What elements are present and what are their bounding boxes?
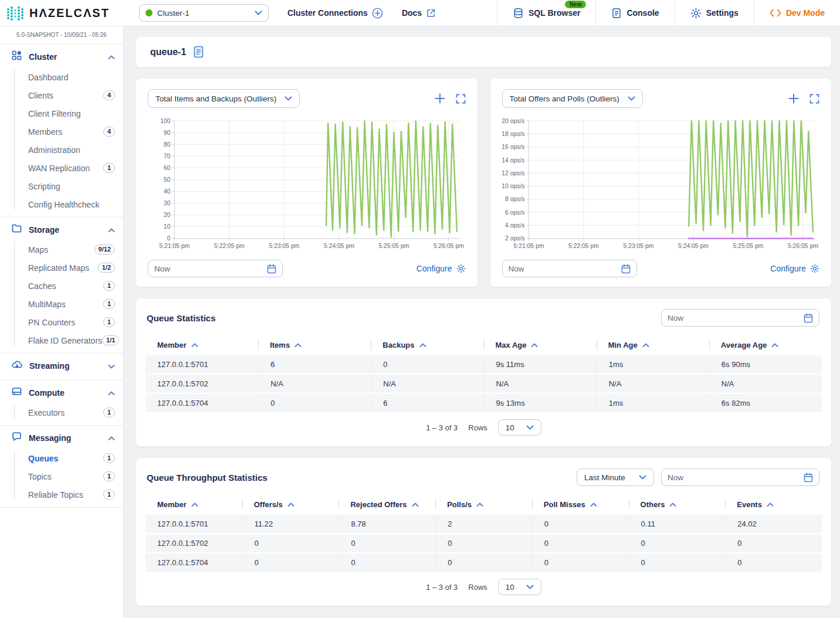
configure-link-right[interactable]: Configure [770,264,819,273]
rows-per-page-select[interactable]: 10 [498,579,541,595]
metric-selector-right[interactable]: Total Offers and Polls (Outliers) [502,89,643,108]
column-header-member[interactable]: Member [145,495,242,515]
column-header-poll-misses[interactable]: Poll Misses [532,495,629,515]
sidebar-item-scripting[interactable]: Scripting [0,177,123,195]
sidebar-section-compute: ComputeExecutors1 [0,381,123,426]
time-picker-left[interactable] [148,260,283,277]
console-document-icon [611,8,622,19]
table-cell: 0 [435,534,532,552]
column-header-polls-s[interactable]: Polls/s [435,495,532,515]
column-header-rejected-offers[interactable]: Rejected Offers [338,495,435,515]
sidebar-item-flake-id-generators[interactable]: Flake ID Generators1/1 [0,331,123,349]
sidebar-item-reliable-topics[interactable]: Reliable Topics1 [0,485,123,504]
sidebar-item-multimaps[interactable]: MultiMaps1 [0,295,123,313]
sidebar-item-config-healthcheck[interactable]: Config Healthcheck [0,195,123,213]
count-badge: 1 [103,408,115,417]
pagination-range: 1 – 3 of 3 [426,423,458,432]
sidebar-item-topics[interactable]: Topics1 [0,467,123,485]
fullscreen-button[interactable] [809,94,819,104]
sql-browser-button[interactable]: New SQL Browser [497,0,595,26]
period-select[interactable]: Last Minute [577,468,654,486]
fullscreen-button[interactable] [456,94,466,104]
rows-per-page-select[interactable]: 10 [498,419,541,436]
column-header-average-age[interactable]: Average Age [709,336,822,355]
svg-text:5:22:05 pm: 5:22:05 pm [568,242,599,249]
sidebar-item-caches[interactable]: Caches1 [0,277,123,295]
column-header-label: Rejected Offers [350,500,407,509]
svg-text:70: 70 [164,152,171,159]
count-badge: 1 [103,281,115,291]
table-cell: 0 [242,554,339,572]
column-header-label: Others [641,500,665,509]
column-header-others[interactable]: Others [629,495,726,515]
sidebar-item-replicated-maps[interactable]: Replicated Maps1/2 [0,259,123,277]
calendar-icon [804,313,813,323]
pagination: 1 – 3 of 3 Rows 10 [145,419,822,436]
cluster-connections-button[interactable]: Cluster Connections [287,8,383,19]
svg-text:60: 60 [164,164,171,171]
column-header-max-age[interactable]: Max Age [484,336,597,355]
column-header-member[interactable]: Member [145,336,258,355]
docs-link[interactable]: Docs [402,8,436,18]
console-button[interactable]: Console [595,0,674,26]
sidebar-item-members[interactable]: Members4 [0,123,123,141]
svg-text:5:24:05 pm: 5:24:05 pm [678,242,708,249]
configure-link-left[interactable]: Configure [416,264,466,273]
chevron-down-icon [284,96,292,101]
sidebar-item-dashboard[interactable]: Dashboard [0,68,123,86]
sidebar-item-queues[interactable]: Queues1 [0,449,123,467]
gear-icon [810,264,819,273]
sidebar-item-label: PN Counters [28,318,103,327]
table-cell: 0.11 [629,515,726,533]
sidebar-item-pn-counters[interactable]: PN Counters1 [0,313,123,331]
sidebar-item-maps[interactable]: Maps9/12 [0,240,123,259]
add-chart-button[interactable] [788,93,799,104]
time-picker-right[interactable] [502,260,637,277]
chevron-up-icon [108,52,115,62]
table-cell: 8.78 [338,515,435,533]
sidebar-item-client-filtering[interactable]: Client Filtering [0,104,123,123]
sidebar-section-header-streaming[interactable]: Streaming [0,354,123,376]
sidebar-section-header-messaging[interactable]: Messaging [0,426,123,449]
throughput-time-picker[interactable] [661,468,819,486]
svg-text:14 ops/s: 14 ops/s [502,156,525,163]
queue-stats-time-picker[interactable] [661,309,819,327]
period-select-value: Last Minute [584,473,631,482]
svg-text:30: 30 [164,199,171,206]
dev-mode-button[interactable]: Dev Mode [754,0,840,26]
sidebar-item-wan-replication[interactable]: WAN Replication1 [0,159,123,177]
svg-text:5:26:05 pm: 5:26:05 pm [433,242,464,249]
queue-stats-time-input[interactable] [668,314,799,322]
time-picker-right-input[interactable] [509,264,617,273]
rows-per-page-value: 10 [506,423,518,432]
table-cell: 0 [338,534,435,552]
throughput-time-input[interactable] [668,473,799,482]
gear-icon [456,264,466,273]
column-header-min-age[interactable]: Min Age [597,336,709,355]
settings-button[interactable]: Settings [675,0,754,26]
sidebar-item-clients[interactable]: Clients4 [0,86,123,104]
column-header-events[interactable]: Events [725,495,822,515]
svg-text:16 ops/s: 16 ops/s [502,143,525,150]
table-row: 127.0.0.1:570111.228.78200.1124.02 [145,515,822,533]
chevron-up-icon [108,225,115,235]
cluster-selector[interactable]: Cluster-1 [139,4,269,22]
sidebar-section-header-compute[interactable]: Compute [0,381,123,403]
table-cell: 0 [725,554,822,572]
sort-asc-icon [531,343,538,348]
add-chart-button[interactable] [435,93,445,104]
plus-icon [788,93,799,104]
column-header-backups[interactable]: Backups [371,336,483,355]
sidebar-section-header-cluster[interactable]: Cluster [0,44,123,68]
metric-selector-left[interactable]: Total Items and Backups (Outliers) [148,89,300,108]
svg-text:5:23:05 pm: 5:23:05 pm [269,242,299,249]
sidebar-item-executors[interactable]: Executors1 [0,403,123,422]
document-icon[interactable] [193,46,204,58]
time-picker-left-input[interactable] [154,264,262,273]
table-cell: 1ms [597,394,709,412]
column-header-offers-s[interactable]: Offers/s [242,495,339,515]
column-header-items[interactable]: Items [258,336,371,355]
sidebar-section-header-storage[interactable]: Storage [0,218,123,240]
sidebar-item-administration[interactable]: Administration [0,141,123,159]
sidebar-item-label: Scripting [28,182,115,191]
